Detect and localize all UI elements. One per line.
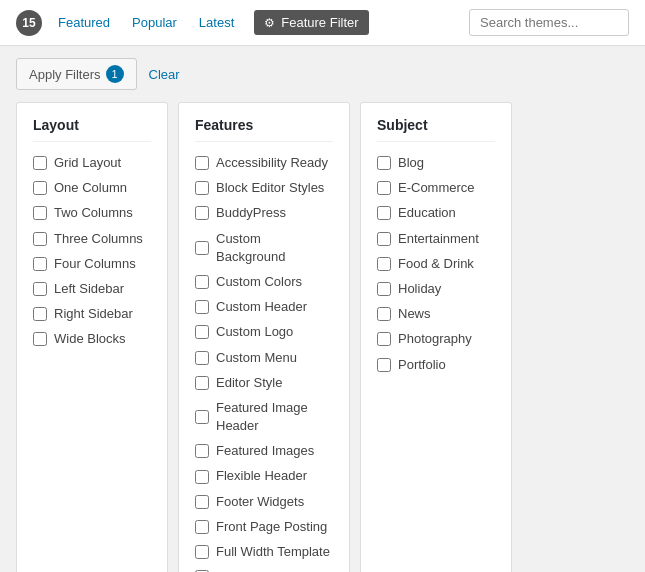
checkbox-custom-background[interactable]	[195, 241, 209, 255]
checkbox-item-news: News	[377, 305, 495, 323]
checkbox-item-custom-menu: Custom Menu	[195, 349, 333, 367]
checkbox-label-buddypress: BuddyPress	[216, 204, 286, 222]
checkbox-right-sidebar[interactable]	[33, 307, 47, 321]
checkbox-full-width-template[interactable]	[195, 545, 209, 559]
feature-filter-button[interactable]: ⚙ Feature Filter	[254, 10, 368, 35]
checkbox-item-photography: Photography	[377, 330, 495, 348]
apply-filters-count: 1	[106, 65, 124, 83]
checkbox-custom-colors[interactable]	[195, 275, 209, 289]
checkbox-portfolio[interactable]	[377, 358, 391, 372]
top-bar: 15 Featured Popular Latest ⚙ Feature Fil…	[0, 0, 645, 46]
layout-panel-title: Layout	[33, 117, 151, 142]
features-panel-title: Features	[195, 117, 333, 142]
features-items: Accessibility ReadyBlock Editor StylesBu…	[195, 154, 333, 572]
checkbox-featured-images[interactable]	[195, 444, 209, 458]
checkbox-label-flexible-header: Flexible Header	[216, 467, 307, 485]
checkbox-label-e-commerce: E-Commerce	[398, 179, 475, 197]
checkbox-block-editor-styles[interactable]	[195, 181, 209, 195]
checkbox-wide-blocks[interactable]	[33, 332, 47, 346]
checkbox-item-block-editor-styles: Block Editor Styles	[195, 179, 333, 197]
checkbox-label-news: News	[398, 305, 431, 323]
checkbox-label-accessibility-ready: Accessibility Ready	[216, 154, 328, 172]
checkbox-item-holiday: Holiday	[377, 280, 495, 298]
checkbox-label-education: Education	[398, 204, 456, 222]
checkbox-label-portfolio: Portfolio	[398, 356, 446, 374]
checkbox-entertainment[interactable]	[377, 232, 391, 246]
checkbox-label-custom-background: Custom Background	[216, 230, 333, 266]
checkbox-item-microformats: Microformats	[195, 568, 333, 572]
checkbox-label-block-editor-styles: Block Editor Styles	[216, 179, 324, 197]
checkbox-item-custom-header: Custom Header	[195, 298, 333, 316]
filter-bar: Apply Filters 1 Clear	[0, 46, 645, 102]
clear-filters-button[interactable]: Clear	[145, 61, 184, 88]
checkbox-left-sidebar[interactable]	[33, 282, 47, 296]
checkbox-one-column[interactable]	[33, 181, 47, 195]
checkbox-custom-menu[interactable]	[195, 351, 209, 365]
checkbox-education[interactable]	[377, 206, 391, 220]
checkbox-four-columns[interactable]	[33, 257, 47, 271]
nav-popular[interactable]: Popular	[130, 15, 179, 30]
checkbox-label-full-width-template: Full Width Template	[216, 543, 330, 561]
checkbox-label-featured-image-header: Featured Image Header	[216, 399, 333, 435]
checkbox-three-columns[interactable]	[33, 232, 47, 246]
checkbox-label-wide-blocks: Wide Blocks	[54, 330, 126, 348]
checkbox-footer-widgets[interactable]	[195, 495, 209, 509]
checkbox-photography[interactable]	[377, 332, 391, 346]
subject-items: BlogE-CommerceEducationEntertainmentFood…	[377, 154, 495, 374]
checkbox-item-custom-background: Custom Background	[195, 230, 333, 266]
checkbox-holiday[interactable]	[377, 282, 391, 296]
checkbox-label-custom-logo: Custom Logo	[216, 323, 293, 341]
nav-featured[interactable]: Featured	[56, 15, 112, 30]
checkbox-label-three-columns: Three Columns	[54, 230, 143, 248]
checkbox-item-four-columns: Four Columns	[33, 255, 151, 273]
checkbox-label-two-columns: Two Columns	[54, 204, 133, 222]
checkbox-label-footer-widgets: Footer Widgets	[216, 493, 304, 511]
layout-items: Grid LayoutOne ColumnTwo ColumnsThree Co…	[33, 154, 151, 349]
checkbox-grid-layout[interactable]	[33, 156, 47, 170]
checkbox-item-accessibility-ready: Accessibility Ready	[195, 154, 333, 172]
checkbox-item-editor-style: Editor Style	[195, 374, 333, 392]
checkbox-label-custom-header: Custom Header	[216, 298, 307, 316]
checkbox-buddypress[interactable]	[195, 206, 209, 220]
gear-icon: ⚙	[264, 16, 275, 30]
checkbox-blog[interactable]	[377, 156, 391, 170]
checkbox-accessibility-ready[interactable]	[195, 156, 209, 170]
checkbox-food-drink[interactable]	[377, 257, 391, 271]
checkbox-label-entertainment: Entertainment	[398, 230, 479, 248]
checkbox-label-grid-layout: Grid Layout	[54, 154, 121, 172]
theme-count-badge: 15	[16, 10, 42, 36]
checkbox-two-columns[interactable]	[33, 206, 47, 220]
checkbox-item-food-drink: Food & Drink	[377, 255, 495, 273]
apply-filters-label: Apply Filters	[29, 67, 101, 82]
checkbox-label-custom-menu: Custom Menu	[216, 349, 297, 367]
subject-panel-title: Subject	[377, 117, 495, 142]
checkbox-custom-logo[interactable]	[195, 325, 209, 339]
checkbox-label-editor-style: Editor Style	[216, 374, 282, 392]
checkbox-item-two-columns: Two Columns	[33, 204, 151, 222]
apply-filters-button[interactable]: Apply Filters 1	[16, 58, 137, 90]
checkbox-editor-style[interactable]	[195, 376, 209, 390]
checkbox-item-entertainment: Entertainment	[377, 230, 495, 248]
checkbox-label-custom-colors: Custom Colors	[216, 273, 302, 291]
checkbox-flexible-header[interactable]	[195, 470, 209, 484]
subject-panel: Subject BlogE-CommerceEducationEntertain…	[360, 102, 512, 572]
checkbox-item-education: Education	[377, 204, 495, 222]
checkbox-featured-image-header[interactable]	[195, 410, 209, 424]
features-panel: Features Accessibility ReadyBlock Editor…	[178, 102, 350, 572]
nav-latest[interactable]: Latest	[197, 15, 236, 30]
checkbox-item-buddypress: BuddyPress	[195, 204, 333, 222]
checkbox-label-food-drink: Food & Drink	[398, 255, 474, 273]
checkbox-item-blog: Blog	[377, 154, 495, 172]
layout-panel: Layout Grid LayoutOne ColumnTwo ColumnsT…	[16, 102, 168, 572]
checkbox-custom-header[interactable]	[195, 300, 209, 314]
search-input[interactable]	[469, 9, 629, 36]
checkbox-item-right-sidebar: Right Sidebar	[33, 305, 151, 323]
checkbox-item-front-page-posting: Front Page Posting	[195, 518, 333, 536]
checkbox-news[interactable]	[377, 307, 391, 321]
checkbox-front-page-posting[interactable]	[195, 520, 209, 534]
checkbox-label-four-columns: Four Columns	[54, 255, 136, 273]
checkbox-e-commerce[interactable]	[377, 181, 391, 195]
checkbox-label-microformats: Microformats	[216, 568, 291, 572]
checkbox-item-one-column: One Column	[33, 179, 151, 197]
filter-panels: Layout Grid LayoutOne ColumnTwo ColumnsT…	[0, 102, 645, 572]
